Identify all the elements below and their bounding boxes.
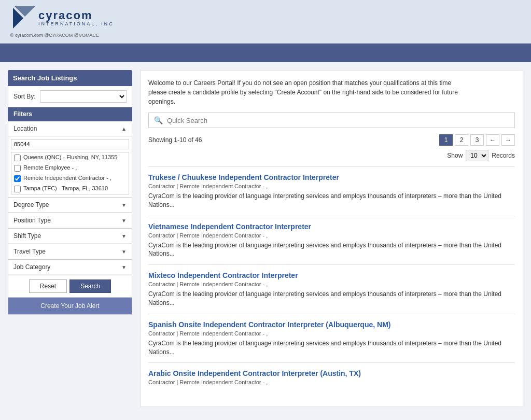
- show-suffix: Records: [492, 152, 515, 159]
- list-item: Tampa (TFC) - Tampa, FL, 33610: [11, 184, 129, 194]
- header: cyracom INTERNATIONAL, INC © cyracom.com…: [0, 0, 531, 44]
- prev-page-button[interactable]: ←: [486, 134, 499, 146]
- job-title[interactable]: Mixteco Independent Contractor Interpret…: [148, 271, 515, 279]
- shift-type-arrow: ▼: [121, 233, 127, 239]
- page-2-button[interactable]: 2: [455, 134, 468, 146]
- job-category-filter: Job Category ▼: [8, 260, 132, 275]
- table-row: Spanish Onsite Independent Contractor In…: [148, 314, 515, 363]
- job-meta: Contractor | Remote Independent Contract…: [148, 232, 515, 239]
- degree-type-filter: Degree Type ▼: [8, 198, 132, 213]
- logo-sub: © cyracom.com @CYRACOM @VOMACE: [10, 33, 114, 38]
- results-count: Showing 1-10 of 46: [148, 136, 202, 144]
- create-alert-button[interactable]: Create Your Job Alert: [8, 298, 132, 315]
- position-type-filter: Position Type ▼: [8, 213, 132, 229]
- job-title[interactable]: Trukese / Chuukese Independent Contracto…: [148, 173, 515, 181]
- list-item: Queens (QNC) - Flushing, NY, 11355: [11, 152, 129, 163]
- create-alert-row: Create Your Job Alert: [8, 298, 132, 315]
- pagination: 1 2 3 ← →: [439, 134, 515, 146]
- list-item: Remote Employee - ,: [11, 163, 129, 173]
- main-container: Search Job Listings Sort By: Title Date …: [0, 62, 531, 415]
- loc4-checkbox[interactable]: [14, 186, 21, 192]
- table-row: Arabic Onsite Independent Contractor Int…: [148, 362, 515, 394]
- sidebar: Search Job Listings Sort By: Title Date …: [8, 70, 132, 407]
- position-type-arrow: ▼: [121, 218, 127, 223]
- logo-international: INTERNATIONAL, INC: [38, 21, 114, 26]
- position-type-header[interactable]: Position Type ▼: [8, 213, 132, 228]
- job-title[interactable]: Arabic Onsite Independent Contractor Int…: [148, 369, 515, 377]
- navbar: [0, 44, 531, 62]
- search-button[interactable]: Search: [69, 279, 111, 293]
- show-label: Show: [447, 152, 463, 159]
- loc2-checkbox[interactable]: [14, 165, 21, 172]
- results-meta: Showing 1-10 of 46 1 2 3 ← →: [148, 134, 515, 146]
- job-category-header[interactable]: Job Category ▼: [8, 260, 132, 275]
- loc1-label: Queens (QNC) - Flushing, NY, 11355: [23, 154, 117, 160]
- show-select[interactable]: 10 25 50: [466, 150, 488, 161]
- job-title[interactable]: Spanish Onsite Independent Contractor In…: [148, 320, 515, 329]
- location-filter-header[interactable]: Location ▲: [8, 121, 132, 136]
- location-list: Queens (QNC) - Flushing, NY, 11355 Remot…: [11, 152, 129, 194]
- degree-type-label: Degree Type: [13, 201, 49, 208]
- travel-type-label: Travel Type: [13, 248, 46, 255]
- travel-type-header[interactable]: Travel Type ▼: [8, 244, 132, 259]
- location-label: Location: [13, 125, 37, 132]
- travel-type-filter: Travel Type ▼: [8, 244, 132, 260]
- location-arrow: ▲: [121, 126, 127, 132]
- sort-label: Sort By:: [13, 93, 36, 100]
- loc2-label: Remote Employee - ,: [23, 164, 77, 171]
- shift-type-header[interactable]: Shift Type ▼: [8, 229, 132, 244]
- location-search-input[interactable]: [11, 139, 129, 149]
- loc3-checkbox[interactable]: [14, 175, 21, 182]
- loc4-label: Tampa (TFC) - Tampa, FL, 33610: [23, 185, 108, 191]
- sort-select[interactable]: Title Date Location: [40, 90, 127, 103]
- loc1-checkbox[interactable]: [14, 155, 21, 161]
- quick-search-bar: 🔍: [148, 113, 515, 128]
- job-meta: Contractor | Remote Independent Contract…: [148, 183, 515, 189]
- logo-cyracom: cyracom: [38, 10, 114, 21]
- degree-type-header[interactable]: Degree Type ▼: [8, 198, 132, 213]
- shift-type-filter: Shift Type ▼: [8, 229, 132, 244]
- job-meta: Contractor | Remote Independent Contract…: [148, 281, 515, 287]
- next-page-button[interactable]: →: [501, 134, 515, 146]
- main-content: Welcome to our Careers Portal! If you do…: [140, 70, 523, 407]
- location-filter-content: Queens (QNC) - Flushing, NY, 11355 Remot…: [8, 136, 132, 197]
- filters-header: Filters: [8, 107, 132, 121]
- page-3-button[interactable]: 3: [470, 134, 484, 146]
- table-row: Mixteco Independent Contractor Interpret…: [148, 264, 515, 314]
- table-row: Trukese / Chuukese Independent Contracto…: [148, 166, 515, 216]
- job-meta: Contractor | Remote Independent Contract…: [148, 379, 515, 385]
- job-desc: CyraCom is the leading provider of langu…: [148, 339, 515, 357]
- reset-button[interactable]: Reset: [29, 279, 67, 293]
- sort-row: Sort By: Title Date Location: [8, 86, 132, 107]
- show-row: Show 10 25 50 Records: [148, 150, 515, 161]
- job-title[interactable]: Vietnamese Independent Contractor Interp…: [148, 222, 515, 231]
- job-listings: Trukese / Chuukese Independent Contracto…: [148, 166, 515, 394]
- search-icon: 🔍: [154, 116, 163, 124]
- job-desc: CyraCom is the leading provider of langu…: [148, 241, 515, 259]
- loc3-label: Remote Independent Contractor - ,: [23, 175, 111, 181]
- job-category-arrow: ▼: [121, 264, 127, 270]
- job-desc: CyraCom is the leading provider of langu…: [148, 290, 515, 307]
- location-filter: Location ▲ Queens (QNC) - Flushing, NY, …: [8, 121, 132, 198]
- logo-area: cyracom INTERNATIONAL, INC © cyracom.com…: [10, 5, 114, 38]
- sidebar-buttons: Reset Search: [8, 275, 132, 298]
- job-category-label: Job Category: [13, 263, 50, 271]
- travel-type-arrow: ▼: [121, 249, 127, 255]
- sidebar-title: Search Job Listings: [8, 70, 132, 86]
- list-item: Remote Independent Contractor - ,: [11, 173, 129, 184]
- degree-type-arrow: ▼: [121, 202, 127, 208]
- shift-type-label: Shift Type: [13, 232, 41, 240]
- position-type-label: Position Type: [13, 217, 51, 224]
- table-row: Vietnamese Independent Contractor Interp…: [148, 216, 515, 265]
- quick-search-input[interactable]: [167, 117, 509, 124]
- logo-icon: [10, 5, 36, 31]
- job-meta: Contractor | Remote Independent Contract…: [148, 330, 515, 337]
- page-1-button[interactable]: 1: [439, 134, 453, 146]
- job-desc: CyraCom is the leading provider of langu…: [148, 192, 515, 209]
- welcome-text: Welcome to our Careers Portal! If you do…: [148, 78, 465, 106]
